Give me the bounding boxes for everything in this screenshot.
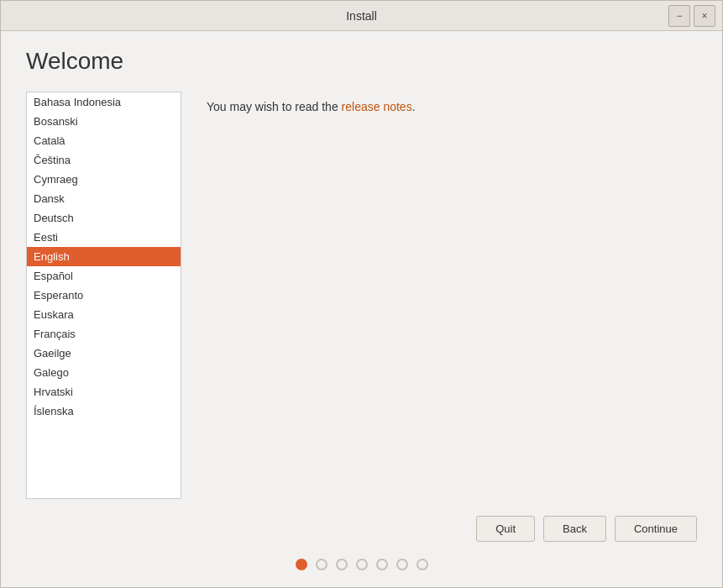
info-text-before: You may wish to read the [207, 100, 342, 113]
language-item-francais[interactable]: Français [27, 324, 181, 344]
language-list: Bahasa IndonesiaBosanskiCatalàČeštinaCym… [27, 92, 181, 421]
language-item-deutsch[interactable]: Deutsch [27, 208, 181, 228]
main-area: Bahasa IndonesiaBosanskiCatalàČeštinaCym… [26, 92, 697, 499]
language-item-bahasa-indonesia[interactable]: Bahasa Indonesia [27, 92, 181, 112]
language-item-esperanto[interactable]: Esperanto [27, 286, 181, 305]
button-row: Quit Back Continue [26, 516, 697, 542]
minimize-button[interactable]: − [668, 5, 690, 27]
language-item-catala[interactable]: Català [27, 131, 181, 150]
info-text: You may wish to read the release notes. [207, 100, 697, 113]
info-text-after: . [412, 100, 416, 113]
progress-dot-6 [417, 559, 428, 570]
language-item-dansk[interactable]: Dansk [27, 189, 181, 208]
right-panel: You may wish to read the release notes. [207, 92, 697, 499]
page-title: Welcome [26, 48, 697, 75]
progress-dot-2 [336, 559, 348, 570]
continue-button[interactable]: Continue [615, 516, 697, 542]
window-title: Install [346, 9, 377, 23]
progress-dot-0 [296, 559, 307, 570]
language-item-english[interactable]: English [27, 247, 181, 266]
language-item-espanol[interactable]: Español [27, 266, 181, 286]
release-notes-link[interactable]: release notes [342, 100, 412, 113]
language-item-eesti[interactable]: Eesti [27, 228, 181, 247]
language-list-container[interactable]: Bahasa IndonesiaBosanskiCatalàČeštinaCym… [26, 92, 181, 499]
titlebar: Install − × [1, 1, 722, 31]
page-content: Welcome Bahasa IndonesiaBosanskiCatalàČe… [1, 31, 722, 507]
language-item-galego[interactable]: Galego [27, 363, 181, 382]
language-item-euskara[interactable]: Euskara [27, 305, 181, 324]
language-item-hrvatski[interactable]: Hrvatski [27, 382, 181, 402]
language-item-islenska[interactable]: Íslenska [27, 402, 181, 421]
progress-dot-4 [376, 559, 388, 570]
language-item-bosanski[interactable]: Bosanski [27, 112, 181, 131]
language-item-cestina[interactable]: Čeština [27, 150, 181, 170]
progress-dot-1 [316, 559, 327, 570]
close-button[interactable]: × [694, 5, 715, 27]
window-controls: − × [668, 5, 715, 27]
progress-dot-5 [396, 559, 408, 570]
minimize-icon: − [676, 10, 682, 22]
progress-dots [296, 559, 428, 570]
back-button[interactable]: Back [543, 516, 606, 542]
install-window: Install − × Welcome Bahasa IndonesiaBosa… [0, 0, 723, 588]
progress-dot-3 [356, 559, 368, 570]
close-icon: × [701, 10, 707, 22]
quit-button[interactable]: Quit [476, 516, 535, 542]
language-item-gaeilge[interactable]: Gaeilge [27, 344, 181, 363]
language-item-cymraeg[interactable]: Cymraeg [27, 170, 181, 189]
footer: Quit Back Continue [1, 507, 722, 587]
